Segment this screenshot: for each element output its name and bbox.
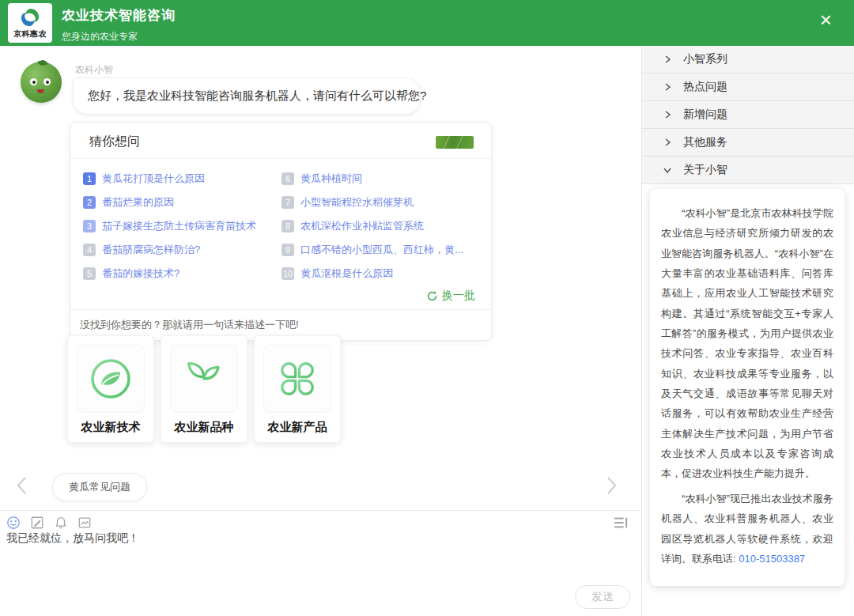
question-rank-badge: 9 — [282, 244, 294, 256]
question-item[interactable]: 3茄子嫁接生态防土传病害育苗技术 — [83, 214, 282, 238]
sidebar-item-关于小智[interactable]: 关于小智 — [642, 157, 854, 184]
brand-swirl-icon — [20, 7, 40, 28]
brand-name: 京科惠农 — [13, 28, 47, 40]
question-item[interactable]: 1黄瓜花打顶是什么原因 — [83, 167, 282, 191]
message-input[interactable]: 我已经就位，放马问我吧！ — [6, 531, 623, 546]
question-rank-badge: 2 — [83, 196, 96, 209]
sidebar-item-小智系列[interactable]: 小智系列 — [642, 46, 854, 74]
sidebar-item-label: 关于小智 — [683, 163, 727, 177]
bell-icon[interactable] — [54, 516, 68, 530]
sidebar-item-label: 热点问题 — [683, 80, 727, 94]
emoji-icon[interactable] — [6, 516, 21, 530]
card-new-product[interactable]: 农业新产品 — [254, 335, 341, 443]
chat-pane: 农科小智 您好，我是农业科技智能咨询服务机器人，请问有什么可以帮您? 猜你想问 … — [0, 46, 642, 616]
question-label: 茄子嫁接生态防土传病害育苗技术 — [102, 219, 256, 233]
question-label: 番茄烂果的原因 — [102, 195, 174, 210]
question-item[interactable]: 8农机深松作业补贴监管系统 — [282, 214, 480, 238]
page-title: 农业技术智能咨询 — [62, 6, 176, 25]
chevron-right-icon — [663, 55, 672, 64]
question-item[interactable]: 9口感不错的小型西瓜、西红柿，黄... — [282, 238, 480, 262]
sidebar-item-热点问题[interactable]: 热点问题 — [642, 74, 854, 101]
question-label: 农机深松作业补贴监管系统 — [300, 219, 424, 233]
header-bar: 京科惠农 农业技术智能咨询 您身边的农业专家 × — [0, 0, 854, 46]
question-rank-badge: 1 — [83, 172, 96, 185]
sidebar-item-label: 小智系列 — [683, 52, 727, 66]
image-icon[interactable] — [77, 516, 92, 530]
avatar-leaf — [37, 59, 48, 66]
question-rank-badge: 5 — [83, 267, 96, 280]
bot-name: 农科小智 — [75, 63, 113, 77]
question-grid: 1黄瓜花打顶是什么原因2番茄烂果的原因3茄子嫁接生态防土传病害育苗技术4番茄脐腐… — [70, 159, 491, 287]
refresh-questions-button[interactable]: 换一批 — [70, 287, 491, 309]
chevron-left-icon[interactable] — [13, 474, 32, 497]
edit-icon[interactable] — [30, 516, 44, 530]
question-item[interactable]: 2番茄烂果的原因 — [83, 191, 282, 214]
question-item[interactable]: 7小型智能程控水稻催芽机 — [282, 191, 480, 214]
sprout-icon — [181, 356, 227, 402]
refresh-icon — [426, 290, 438, 302]
question-label: 黄瓜种植时间 — [300, 172, 362, 186]
card-label: 农业新产品 — [268, 420, 327, 435]
question-label: 番茄的嫁接技术? — [102, 266, 179, 281]
field-photo-thumbnail — [436, 136, 474, 149]
suggested-questions-panel: 猜你想问 1黄瓜花打顶是什么原因2番茄烂果的原因3茄子嫁接生态防土传病害育苗技术… — [70, 122, 492, 341]
question-label: 黄瓜花打顶是什么原因 — [102, 172, 205, 186]
close-icon[interactable]: × — [820, 9, 832, 30]
sidebar-item-label: 新增问题 — [683, 108, 727, 122]
question-rank-badge: 3 — [83, 220, 96, 232]
suggested-questions-title: 猜你想问 — [89, 134, 140, 150]
service-cards: 农业新技术 农业新品种 — [67, 335, 341, 443]
chevron-right-icon — [663, 82, 672, 92]
question-rank-badge: 7 — [282, 196, 294, 209]
app-window: 京科惠农 农业技术智能咨询 您身边的农业专家 × 农科小智 您好，我是农业科技智… — [0, 0, 854, 616]
chevron-right-icon — [663, 138, 672, 147]
question-item[interactable]: 4番茄脐腐病怎样防治? — [83, 238, 282, 262]
bot-avatar — [21, 62, 62, 103]
card-label: 农业新品种 — [175, 420, 234, 435]
question-label: 黄瓜沤根是什么原因 — [300, 266, 393, 281]
chevron-right-icon[interactable] — [602, 474, 621, 497]
question-item[interactable]: 10黄瓜沤根是什么原因 — [282, 262, 480, 285]
question-label: 番茄脐腐病怎样防治? — [102, 243, 200, 257]
question-rank-badge: 8 — [282, 220, 294, 232]
sidebar-item-label: 其他服务 — [683, 135, 727, 149]
send-button[interactable]: 发送 — [575, 585, 630, 609]
card-new-technology[interactable]: 农业新技术 — [67, 335, 154, 443]
topic-tag-cucumber[interactable]: 黄瓜常见问题 — [52, 473, 147, 501]
card-label: 农业新技术 — [81, 420, 141, 435]
about-paragraph-1: “农科小智”是北京市农林科技学院农业信息与经济研究所倾力研发的农业智能咨询服务机… — [661, 203, 833, 484]
brand-logo: 京科惠农 — [8, 3, 52, 43]
clover-icon — [274, 356, 320, 402]
about-panel: “农科小智”是北京市农林科技学院农业信息与经济研究所倾力研发的农业智能咨询服务机… — [650, 189, 845, 586]
leaf-circle-icon — [88, 356, 134, 402]
accordion: 小智系列热点问题新增问题其他服务关于小智 — [642, 46, 854, 184]
question-label: 小型智能程控水稻催芽机 — [300, 195, 414, 210]
sidebar: 小智系列热点问题新增问题其他服务关于小智 “农科小智”是北京市农林科技学院农业信… — [642, 46, 854, 616]
about-paragraph-2: “农科小智”现已推出农业技术服务机器人、农业科普服务机器人、农业园区导览机器人等… — [661, 489, 833, 569]
card-new-variety[interactable]: 农业新品种 — [161, 335, 248, 443]
question-item[interactable]: 5番茄的嫁接技术? — [83, 262, 282, 285]
question-rank-badge: 4 — [83, 244, 96, 256]
divider — [0, 510, 641, 511]
greeting-bubble: 您好，我是农业科技智能咨询服务机器人，请问有什么可以帮您? — [73, 77, 421, 115]
question-rank-badge: 6 — [282, 172, 294, 185]
refresh-label: 换一批 — [442, 289, 475, 303]
sidebar-item-新增问题[interactable]: 新增问题 — [642, 101, 854, 129]
composer-toolbar — [6, 516, 92, 530]
page-subtitle: 您身边的农业专家 — [62, 30, 176, 43]
question-item[interactable]: 6黄瓜种植时间 — [282, 167, 480, 191]
phone-link[interactable]: 010-51503387 — [739, 553, 805, 565]
sidebar-item-其他服务[interactable]: 其他服务 — [642, 129, 854, 157]
chevron-right-icon — [663, 110, 672, 119]
question-label: 口感不错的小型西瓜、西红柿，黄... — [300, 243, 463, 257]
question-rank-badge: 10 — [282, 267, 294, 280]
panel-toggle-icon[interactable] — [613, 516, 629, 530]
chevron-down-icon — [663, 165, 672, 175]
